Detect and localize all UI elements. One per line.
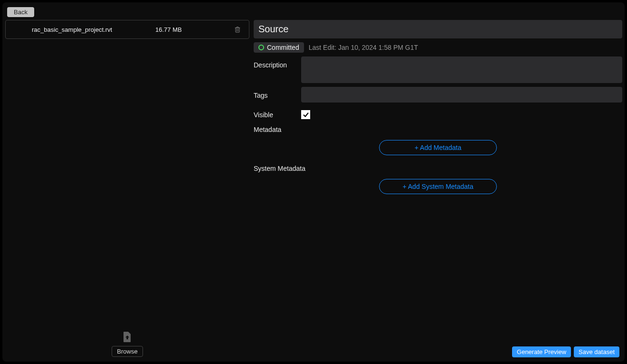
back-button[interactable]: Back — [7, 7, 34, 17]
save-dataset-button[interactable]: Save dataset — [574, 346, 619, 357]
trash-icon[interactable] — [234, 26, 241, 33]
main-area: rac_basic_sample_project.rvt 16.77 MB — [5, 18, 622, 359]
browse-button[interactable]: Browse — [112, 346, 142, 357]
status-row: Committed Last Edit: Jan 10, 2024 1:58 P… — [254, 42, 622, 53]
file-size: 16.77 MB — [155, 26, 182, 33]
metadata-label: Metadata — [254, 126, 622, 133]
file-row[interactable]: rac_basic_sample_project.rvt 16.77 MB — [5, 20, 249, 39]
browse-area: Browse — [5, 332, 250, 357]
status-badge: Committed — [254, 42, 304, 53]
svg-rect-0 — [236, 28, 239, 32]
status-circle-icon — [258, 45, 264, 50]
tags-row: Tags — [254, 87, 622, 103]
description-label: Description — [254, 56, 301, 69]
file-name: rac_basic_sample_project.rvt — [32, 26, 112, 33]
description-input[interactable] — [301, 56, 622, 83]
app-container: Back rac_basic_sample_project.rvt 16.77 … — [2, 2, 625, 362]
tags-input[interactable] — [301, 87, 622, 103]
footer-buttons: Generate Preview Save dataset — [512, 346, 619, 357]
add-metadata-button[interactable]: + Add Metadata — [379, 140, 497, 155]
upload-icon — [123, 332, 132, 344]
add-metadata-row: + Add Metadata — [254, 140, 622, 155]
description-row: Description — [254, 56, 622, 83]
status-label: Committed — [267, 44, 299, 51]
visible-checkbox[interactable] — [301, 110, 310, 119]
visible-row: Visible — [254, 110, 622, 119]
left-panel: rac_basic_sample_project.rvt 16.77 MB — [5, 18, 250, 359]
generate-preview-button[interactable]: Generate Preview — [512, 346, 571, 357]
checkmark-icon — [303, 112, 309, 118]
right-panel: Source Committed Last Edit: Jan 10, 2024… — [254, 18, 622, 359]
last-edit-text: Last Edit: Jan 10, 2024 1:58 PM G1T — [309, 44, 418, 51]
add-system-metadata-row: + Add System Metadata — [254, 179, 622, 194]
section-title: Source — [254, 20, 622, 38]
system-metadata-label: System Metadata — [254, 165, 622, 172]
visible-label: Visible — [254, 111, 301, 119]
add-system-metadata-button[interactable]: + Add System Metadata — [379, 179, 497, 194]
tags-label: Tags — [254, 87, 301, 99]
